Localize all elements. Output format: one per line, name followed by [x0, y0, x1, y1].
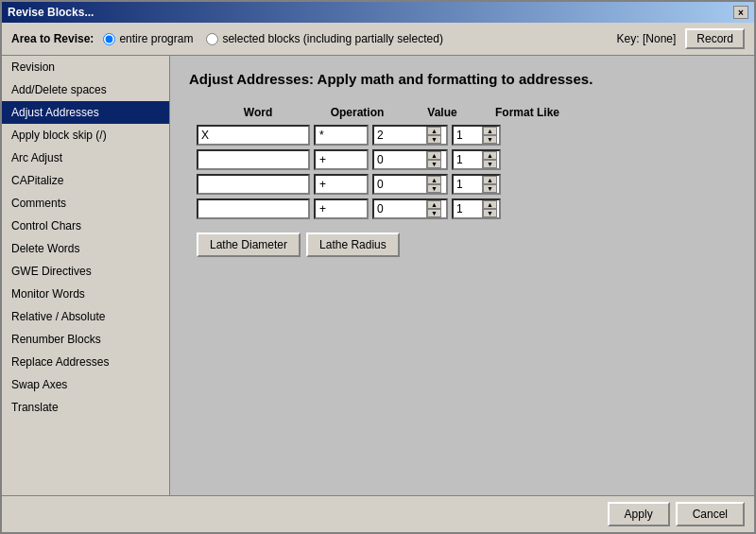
col-header-word: Word [197, 106, 319, 119]
sidebar-item-relative-absolute[interactable]: Relative / Absolute [2, 305, 169, 328]
sidebar-item-revision[interactable]: Revision [2, 56, 169, 78]
sidebar-item-control-chars[interactable]: Control Chars [2, 215, 169, 237]
format-container-4: ▲ ▼ [452, 198, 501, 219]
value-spinner-2: ▲ ▼ [372, 149, 448, 170]
record-button[interactable]: Record [685, 28, 745, 49]
format-arrows-2: ▲ ▼ [482, 151, 497, 168]
content-title: Adjust Addresses: Apply math and formatt… [189, 71, 735, 87]
lathe-diameter-button[interactable]: Lathe Diameter [197, 233, 301, 257]
format-arrows-3: ▲ ▼ [482, 176, 497, 193]
op-wrapper-3: ▼ [314, 174, 369, 195]
spinner-arrows-1: ▲ ▼ [426, 127, 441, 144]
spinner-down-4[interactable]: ▼ [427, 209, 441, 217]
format-container-1: ▲ ▼ [452, 125, 501, 146]
sidebar-item-replace-addresses[interactable]: Replace Addresses [2, 351, 169, 373]
op-wrapper-1: ▼ [314, 125, 369, 146]
col-header-operation: Operation [319, 106, 395, 119]
cancel-button[interactable]: Cancel [676, 502, 745, 526]
spinner-down-1[interactable]: ▼ [427, 135, 441, 144]
table-row: ▼ ▲ ▼ ▲ ▼ [189, 149, 735, 170]
spinner-up-4[interactable]: ▲ [427, 200, 441, 209]
value-input-4[interactable] [374, 200, 426, 217]
format-input-2[interactable] [454, 151, 482, 168]
table-row: ▼ ▲ ▼ ▲ ▼ [189, 198, 735, 219]
key-label: Key: [None] [617, 32, 677, 45]
op-wrapper-4: ▼ [314, 198, 369, 219]
col-header-value: Value [395, 106, 490, 119]
format-down-2[interactable]: ▼ [483, 160, 497, 168]
sidebar-item-capitalize[interactable]: CAPitalize [2, 169, 169, 192]
dialog-title: Revise Blocks... [8, 6, 94, 19]
title-bar: Revise Blocks... × [2, 2, 754, 23]
sidebar-item-adjust-addresses[interactable]: Adjust Addresses [2, 101, 169, 124]
sidebar-item-arc-adjust[interactable]: Arc Adjust [2, 146, 169, 169]
sidebar-item-swap-axes[interactable]: Swap Axes [2, 373, 169, 396]
format-up-1[interactable]: ▲ [483, 127, 497, 135]
spinner-arrows-3: ▲ ▼ [426, 176, 441, 193]
lathe-radius-button[interactable]: Lathe Radius [306, 233, 400, 257]
content-area: Adjust Addresses: Apply math and formatt… [170, 56, 754, 495]
word-input-2[interactable] [197, 149, 310, 170]
radio-entire[interactable]: entire program [103, 32, 193, 45]
title-bar-buttons: × [733, 6, 748, 19]
format-container-3: ▲ ▼ [452, 174, 501, 195]
word-input-3[interactable] [197, 174, 310, 195]
action-buttons: Lathe Diameter Lathe Radius [189, 233, 735, 257]
value-input-1[interactable] [374, 127, 426, 144]
format-input-1[interactable] [454, 127, 482, 144]
col-header-format: Format Like [490, 106, 565, 119]
spinner-arrows-4: ▲ ▼ [426, 200, 441, 217]
format-down-3[interactable]: ▼ [483, 184, 497, 193]
sidebar-item-renumber-blocks[interactable]: Renumber Blocks [2, 328, 169, 351]
value-spinner-3: ▲ ▼ [372, 174, 448, 195]
radio-group: entire program selected blocks (includin… [103, 32, 443, 45]
spinner-up-3[interactable]: ▲ [427, 176, 441, 184]
apply-button[interactable]: Apply [608, 502, 670, 526]
sidebar-item-add-delete-spaces[interactable]: Add/Delete spaces [2, 78, 169, 101]
area-label: Area to Revise: [11, 32, 94, 45]
format-up-4[interactable]: ▲ [483, 200, 497, 209]
format-container-2: ▲ ▼ [452, 149, 501, 170]
area-row: Area to Revise: entire program selected … [2, 23, 754, 56]
radio-entire-input[interactable] [103, 33, 115, 45]
value-spinner-1: ▲ ▼ [372, 125, 448, 146]
sidebar-item-gwe-directives[interactable]: GWE Directives [2, 260, 169, 283]
value-input-3[interactable] [374, 176, 426, 193]
format-arrows-1: ▲ ▼ [482, 127, 497, 144]
radio-selected-input[interactable] [206, 33, 218, 45]
op-wrapper-2: ▼ [314, 149, 369, 170]
format-input-3[interactable] [454, 176, 482, 193]
word-input-1[interactable] [197, 125, 310, 146]
table-row: ▼ ▲ ▼ ▲ ▼ [189, 125, 735, 146]
bottom-bar: Apply Cancel [2, 495, 754, 532]
sidebar-item-monitor-words[interactable]: Monitor Words [2, 283, 169, 305]
sidebar: Revision Add/Delete spaces Adjust Addres… [2, 56, 170, 495]
close-button[interactable]: × [733, 6, 748, 19]
spinner-up-2[interactable]: ▲ [427, 151, 441, 160]
format-input-4[interactable] [454, 200, 482, 217]
value-input-2[interactable] [374, 151, 426, 168]
main-content: Revision Add/Delete spaces Adjust Addres… [2, 56, 754, 495]
format-down-1[interactable]: ▼ [483, 135, 497, 144]
form-section: Word Operation Value Format Like ▼ [189, 106, 735, 257]
table-row: ▼ ▲ ▼ ▲ ▼ [189, 174, 735, 195]
sidebar-item-apply-block-skip[interactable]: Apply block skip (/) [2, 124, 169, 146]
format-arrows-4: ▲ ▼ [482, 200, 497, 217]
sidebar-item-delete-words[interactable]: Delete Words [2, 237, 169, 260]
format-up-3[interactable]: ▲ [483, 176, 497, 184]
format-up-2[interactable]: ▲ [483, 151, 497, 160]
sidebar-item-translate[interactable]: Translate [2, 396, 169, 419]
spinner-down-3[interactable]: ▼ [427, 184, 441, 193]
radio-selected-label: selected blocks (including partially sel… [222, 32, 442, 45]
revise-blocks-dialog: Revise Blocks... × Area to Revise: entir… [0, 0, 756, 534]
value-spinner-4: ▲ ▼ [372, 198, 448, 219]
spinner-up-1[interactable]: ▲ [427, 127, 441, 135]
sidebar-item-comments[interactable]: Comments [2, 192, 169, 215]
radio-selected[interactable]: selected blocks (including partially sel… [206, 32, 442, 45]
format-down-4[interactable]: ▼ [483, 209, 497, 217]
spinner-down-2[interactable]: ▼ [427, 160, 441, 168]
column-headers: Word Operation Value Format Like [189, 106, 735, 119]
spinner-arrows-2: ▲ ▼ [426, 151, 441, 168]
radio-entire-label: entire program [119, 32, 193, 45]
word-input-4[interactable] [197, 198, 310, 219]
